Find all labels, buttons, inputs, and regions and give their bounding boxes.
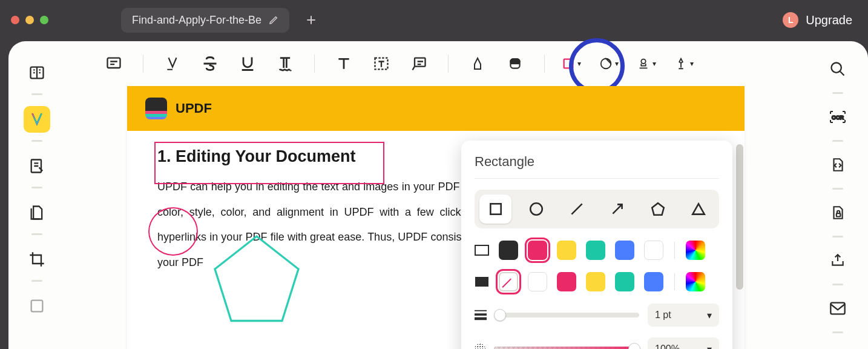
maximize-window-button[interactable]: [40, 16, 48, 24]
shape-pentagon[interactable]: [642, 194, 674, 224]
fill-swatch-blue[interactable]: [644, 272, 663, 291]
callout-button[interactable]: [407, 52, 431, 76]
sticker-button[interactable]: ▾: [599, 52, 623, 76]
add-tab-button[interactable]: [305, 14, 317, 26]
thickness-dropdown[interactable]: 1 pt ▾: [648, 304, 719, 327]
separator: [31, 187, 42, 188]
opacity-control: 100% ▾: [475, 337, 719, 349]
svg-rect-8: [564, 59, 573, 68]
thickness-icon: [475, 310, 487, 321]
vertical-scrollbar[interactable]: [736, 144, 743, 290]
document-view[interactable]: UPDF 1. Editing Your Document UPDF can h…: [65, 86, 807, 349]
border-color-row: [475, 241, 719, 260]
upgrade-button[interactable]: Upgrade: [806, 13, 852, 27]
shape-triangle[interactable]: [682, 194, 714, 224]
organize-pages-button[interactable]: [24, 199, 50, 226]
document-tab[interactable]: Find-and-Apply-For-the-Be: [121, 8, 289, 33]
opacity-dropdown[interactable]: 100% ▾: [648, 337, 719, 349]
signature-button[interactable]: ▾: [674, 52, 699, 76]
svg-marker-11: [215, 236, 298, 321]
email-button[interactable]: [824, 295, 851, 322]
brand-label: UPDF: [176, 101, 212, 116]
tools-button[interactable]: [24, 293, 50, 319]
separator: [143, 55, 143, 73]
thickness-slider[interactable]: [495, 313, 639, 317]
border-swatch-pink[interactable]: [528, 241, 547, 260]
shape-circle[interactable]: [520, 194, 552, 224]
fill-swatch-none[interactable]: [499, 272, 518, 291]
crop-button[interactable]: [24, 246, 50, 273]
pentagon-annotation[interactable]: [209, 234, 304, 325]
svg-rect-3: [108, 58, 120, 68]
strikethrough-button[interactable]: [198, 52, 222, 76]
convert-button[interactable]: [824, 151, 851, 178]
svg-marker-15: [692, 204, 705, 214]
eraser-button[interactable]: [503, 52, 527, 76]
separator: [674, 273, 675, 290]
search-button[interactable]: [824, 56, 851, 82]
svg-marker-14: [652, 203, 664, 215]
squiggly-button[interactable]: [273, 52, 297, 76]
shape-picker: [475, 190, 719, 228]
svg-rect-20: [475, 317, 487, 321]
textbox-button[interactable]: [369, 52, 393, 76]
svg-rect-17: [475, 277, 488, 287]
ocr-button[interactable]: OCR: [824, 104, 851, 130]
chevron-down-icon: ▾: [577, 59, 581, 68]
separator: [31, 233, 42, 235]
separator: [674, 242, 675, 259]
shape-properties-popover: Rectangle: [461, 141, 732, 349]
separator: [544, 55, 545, 73]
chevron-down-icon: ▾: [653, 59, 656, 68]
close-window-button[interactable]: [11, 16, 19, 24]
shape-arrow[interactable]: [601, 194, 633, 224]
highlight-button[interactable]: [160, 52, 185, 76]
border-icon: [475, 245, 489, 256]
comment-mode-button[interactable]: [24, 106, 50, 133]
fill-swatch-pink[interactable]: [557, 272, 576, 291]
shape-button[interactable]: ▾: [562, 52, 586, 76]
protect-button[interactable]: [824, 199, 851, 226]
border-swatch-yellow[interactable]: [557, 241, 576, 260]
border-swatch-blue[interactable]: [615, 241, 634, 260]
edit-mode-button[interactable]: [24, 153, 50, 179]
border-swatch-white[interactable]: [644, 241, 663, 260]
opacity-slider[interactable]: [494, 347, 639, 349]
fill-swatch-white[interactable]: [528, 272, 547, 291]
share-button[interactable]: [824, 247, 851, 274]
left-sidebar: [8, 41, 65, 349]
border-swatch-teal[interactable]: [586, 241, 605, 260]
separator: [31, 93, 42, 95]
window-controls: [11, 16, 48, 24]
shape-line[interactable]: [561, 194, 593, 224]
minimize-window-button[interactable]: [25, 16, 34, 24]
avatar[interactable]: L: [783, 12, 798, 28]
fill-icon: [475, 276, 489, 287]
border-swatch-black[interactable]: [499, 241, 518, 260]
separator: [832, 92, 843, 94]
note-button[interactable]: [102, 52, 126, 76]
fill-color-row: [475, 272, 719, 291]
circle-annotation[interactable]: [148, 207, 198, 256]
fill-swatch-teal[interactable]: [615, 272, 634, 291]
svg-rect-16: [475, 245, 488, 255]
reader-mode-button[interactable]: [24, 59, 50, 86]
opacity-value: 100%: [655, 344, 680, 349]
right-sidebar: OCR: [807, 41, 868, 349]
stamp-button[interactable]: ▾: [637, 52, 661, 76]
fill-swatch-custom[interactable]: [686, 272, 705, 291]
fill-swatch-yellow[interactable]: [586, 272, 605, 291]
underline-button[interactable]: [235, 52, 260, 76]
chevron-down-icon: ▾: [690, 59, 694, 68]
pencil-button[interactable]: [465, 52, 490, 76]
shape-rectangle[interactable]: [479, 194, 511, 224]
separator: [448, 55, 449, 73]
tab-label: Find-and-Apply-For-the-Be: [132, 14, 261, 27]
svg-rect-12: [490, 204, 501, 214]
separator: [832, 140, 843, 142]
thickness-control: 1 pt ▾: [475, 304, 719, 327]
svg-point-10: [641, 59, 645, 64]
rectangle-annotation[interactable]: [154, 142, 384, 184]
text-button[interactable]: [332, 52, 356, 76]
border-swatch-custom[interactable]: [686, 241, 705, 260]
